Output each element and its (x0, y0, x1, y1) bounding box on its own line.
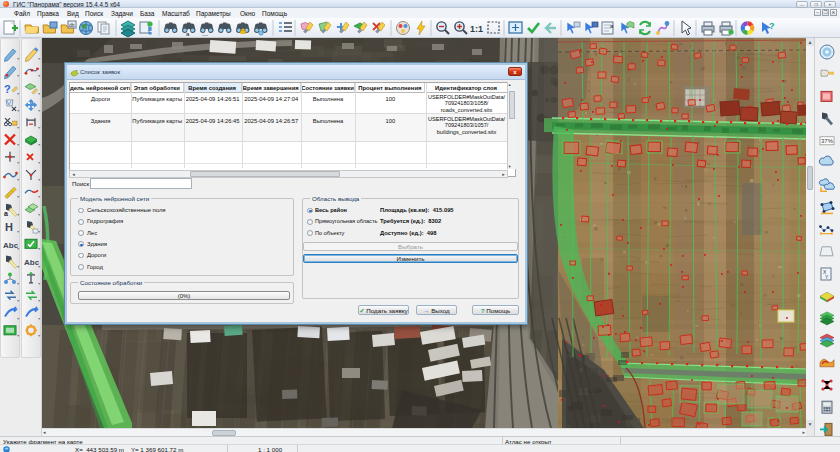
svg-text:Abc: Abc (24, 258, 40, 267)
svg-text:a: a (186, 31, 190, 37)
svg-text:?: ? (769, 21, 775, 31)
svg-text:...: ... (202, 30, 208, 37)
svg-text:37%: 37% (821, 138, 834, 144)
svg-text:Abc: Abc (3, 241, 19, 250)
svg-text:db: db (69, 22, 75, 28)
svg-text:H: H (5, 221, 13, 233)
svg-text:a: a (4, 210, 8, 217)
svg-text:1:1: 1:1 (470, 24, 483, 34)
svg-text:?: ? (4, 83, 11, 95)
